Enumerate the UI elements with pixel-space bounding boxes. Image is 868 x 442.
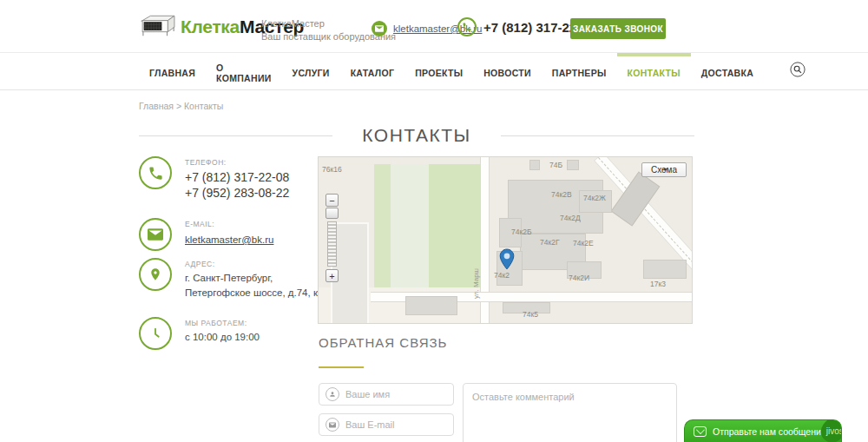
nav-list: ГЛАВНАЯО КОМПАНИИУСЛУГИКАТАЛОГПРОЕКТЫНОВ… [139,53,764,89]
chat-envelope-icon [694,426,707,437]
contact-address-block: АДРЕС: г. Санкт-Петербург, Петергофское … [139,258,317,301]
contact-phone-1: +7 (812) 317-22-08 [185,169,289,185]
map-building [529,160,540,170]
contact-email-block: E-MAIL: kletkamaster@bk.ru [139,218,317,251]
feedback-title-underline [319,366,364,368]
feedback-section: ОБРАТНАЯ СВЯЗЬ [319,335,678,442]
name-input[interactable] [345,389,447,399]
map-building [643,260,687,279]
contact-column: ТЕЛЕФОН: +7 (812) 317-22-08 +7 (952) 283… [139,156,317,350]
map-building [567,160,579,170]
map-type-label: Схема [651,165,677,175]
contact-phone-block: ТЕЛЕФОН: +7 (812) 317-22-08 +7 (952) 283… [139,156,317,201]
map-canvas[interactable]: ул. Марш − + Схема ▼ 76к1674Б74к2В74к2Ж7… [318,156,693,324]
nav-item-contacts[interactable]: КОНТАКТЫ [617,53,691,89]
email-circle-icon [139,218,172,251]
comment-textarea[interactable] [463,383,677,442]
email-input[interactable] [345,419,447,430]
contact-phone-2: +7 (952) 283-08-22 [185,185,289,201]
email-icon [372,21,387,36]
map-type-button[interactable]: Схема ▼ [641,162,687,177]
name-field [319,383,454,406]
main-nav: ГЛАВНАЯО КОМПАНИИУСЛУГИКАТАЛОГПРОЕКТЫНОВ… [0,52,868,90]
feedback-title: ОБРАТНАЯ СВЯЗЬ [319,335,678,350]
nav-item-partners[interactable]: ПАРТНЕРЫ [542,53,617,89]
nav-item-news[interactable]: НОВОСТИ [473,53,542,89]
contact-email-link[interactable]: kletkamaster@bk.ru [185,234,273,245]
page: КлеткаМастер КлеткаМастер Ваш поставщик … [0,0,868,442]
person-icon [326,387,339,401]
map-pin-icon [499,248,515,273]
zoom-out-button[interactable]: − [326,194,339,207]
contact-label: МЫ РАБОТАЕМ: [185,319,260,327]
nav-item-services[interactable]: УСЛУГИ [282,53,340,89]
map-building-label: 74к2Г [540,238,560,247]
nav-item-company[interactable]: О КОМПАНИИ [206,53,282,89]
map-building-label: 17к3 [650,280,666,288]
chat-message: Отправьте нам сообщение [713,426,826,437]
map-building-label: 74к5 [523,310,538,319]
contact-label: ТЕЛЕФОН: [185,158,289,167]
email-field [319,413,454,436]
nav-item-home[interactable]: ГЛАВНАЯ [139,53,206,89]
contact-hours: с 10:00 до 19:00 [185,330,260,345]
cage-icon [137,11,177,43]
map-building-label: 74к2Ж [583,194,606,202]
title-line-right [501,135,694,136]
page-title: КОНТАКТЫ [362,125,470,146]
envelope-icon [326,418,339,432]
zoom-slider-handle[interactable] [326,208,339,219]
zoom-slider[interactable] [327,221,337,267]
search-button[interactable] [790,53,806,89]
zoom-in-button[interactable]: + [326,269,339,282]
map-building-label: 74к2Д [560,214,581,222]
map-building-label: 74к2 [494,271,510,280]
title-line-left [139,135,332,136]
contact-label: E-MAIL: [185,220,273,228]
map-building-label: 74к2И [569,274,589,282]
contact-hours-block: МЫ РАБОТАЕМ: с 10:00 до 19:00 [139,317,317,350]
header: КлеткаМастер КлеткаМастер Ваш поставщик … [0,0,868,52]
order-call-button[interactable]: ЗАКАЗАТЬ ЗВОНОК [570,18,666,39]
breadcrumb: Главная > Контакты [139,101,223,111]
breadcrumb-separator: > [176,101,181,111]
nav-item-catalog[interactable]: КАТАЛОГ [340,53,405,89]
map-building-label: 74Б [549,161,562,169]
search-icon [790,62,806,81]
nav-item-delivery[interactable]: ДОСТАВКА [691,53,764,89]
phone-icon [457,17,477,36]
map-building-label: 74к2В [551,190,572,199]
map-building [405,296,457,315]
chat-widget[interactable]: Отправьте нам сообщение jivosite [684,419,842,442]
location-pin-icon [139,258,172,291]
breadcrumb-current: Контакты [184,101,223,111]
map-building-label: 74к2Б [511,228,531,236]
phone-circle-icon [139,156,172,189]
map-building-label: 74к2Е [573,239,594,247]
map-street-label: ул. Марш [472,268,480,299]
breadcrumb-home-link[interactable]: Главная [139,101,174,111]
nav-item-projects[interactable]: ПРОЕКТЫ [404,53,473,89]
map-building-label: 76к16 [322,165,342,174]
jivosite-label: jivosite [826,426,842,436]
page-title-row: КОНТАКТЫ [139,125,694,146]
clock-icon [139,317,172,350]
